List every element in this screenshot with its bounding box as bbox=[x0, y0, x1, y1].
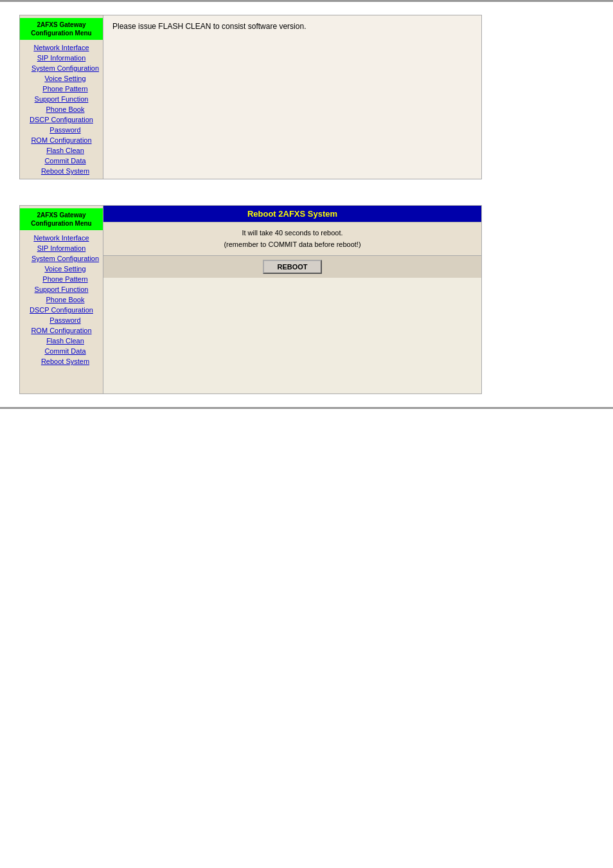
sidebar-link-reboot-system-2[interactable]: Reboot System bbox=[20, 356, 103, 366]
sidebar-link-voice-setting-1[interactable]: Voice Setting bbox=[20, 73, 103, 84]
main-content-flash: Please issue FLASH CLEAN to consist soft… bbox=[103, 15, 481, 179]
reboot-button[interactable]: REBOOT bbox=[263, 260, 321, 274]
sidebar-link-reboot-system-1[interactable]: Reboot System bbox=[20, 166, 103, 176]
sidebar-link-flash-clean-2[interactable]: Flash Clean bbox=[20, 336, 103, 346]
sidebar-title-1: 2AFXS Gateway Configuration Menu bbox=[20, 18, 103, 40]
sidebar-link-phone-pattern-1[interactable]: Phone Pattern bbox=[20, 84, 103, 94]
sidebar-link-commit-data-1[interactable]: Commit Data bbox=[20, 156, 103, 166]
reboot-button-row: REBOOT bbox=[103, 256, 481, 278]
sidebar-link-rom-configuration-2[interactable]: ROM Configuration bbox=[20, 325, 103, 336]
page-container: 2AFXS Gateway Configuration Menu Network… bbox=[0, 2, 613, 407]
sidebar-link-phone-pattern-2[interactable]: Phone Pattern bbox=[20, 274, 103, 284]
reboot-line1: It will take 40 seconds to reboot. bbox=[109, 228, 476, 239]
panel-reboot: 2AFXS Gateway Configuration Menu Network… bbox=[19, 205, 482, 394]
sidebar-link-network-interface-1[interactable]: Network Interface bbox=[20, 42, 103, 53]
sidebar-link-sip-information-1[interactable]: SIP Information bbox=[20, 53, 103, 63]
sidebar-link-dscp-configuration-1[interactable]: DSCP Configuration bbox=[20, 114, 103, 125]
sidebar-link-rom-configuration-1[interactable]: ROM Configuration bbox=[20, 135, 103, 145]
sidebar-link-dscp-configuration-2[interactable]: DSCP Configuration bbox=[20, 305, 103, 315]
reboot-line2: (remember to COMMIT data before reboot!) bbox=[109, 239, 476, 251]
sidebar-link-voice-setting-2[interactable]: Voice Setting bbox=[20, 264, 103, 274]
sidebar-link-support-function-2[interactable]: Support Function bbox=[20, 284, 103, 294]
sidebar-link-system-configuration-2[interactable]: System Configuration bbox=[20, 253, 103, 264]
reboot-body: It will take 40 seconds to reboot. (reme… bbox=[103, 222, 481, 256]
sidebar-link-commit-data-2[interactable]: Commit Data bbox=[20, 346, 103, 356]
flash-clean-message: Please issue FLASH CLEAN to consist soft… bbox=[112, 22, 472, 31]
bottom-border bbox=[0, 407, 613, 409]
sidebar-link-sip-information-2[interactable]: SIP Information bbox=[20, 243, 103, 253]
reboot-spacer bbox=[103, 278, 481, 393]
sidebar-title-2: 2AFXS Gateway Configuration Menu bbox=[20, 208, 103, 230]
sidebar-link-support-function-1[interactable]: Support Function bbox=[20, 94, 103, 104]
sidebar-2: 2AFXS Gateway Configuration Menu Network… bbox=[20, 206, 103, 393]
reboot-content: Reboot 2AFXS System It will take 40 seco… bbox=[103, 206, 481, 393]
panel-flash-clean: 2AFXS Gateway Configuration Menu Network… bbox=[19, 15, 482, 179]
sidebar-link-network-interface-2[interactable]: Network Interface bbox=[20, 233, 103, 243]
sidebar-link-phone-book-1[interactable]: Phone Book bbox=[20, 104, 103, 114]
sidebar-link-password-2[interactable]: Password bbox=[20, 315, 103, 325]
sidebar-link-password-1[interactable]: Password bbox=[20, 125, 103, 135]
sidebar-1: 2AFXS Gateway Configuration Menu Network… bbox=[20, 15, 103, 179]
reboot-title: Reboot 2AFXS System bbox=[103, 206, 481, 222]
sidebar-link-flash-clean-1[interactable]: Flash Clean bbox=[20, 145, 103, 156]
sidebar-link-phone-book-2[interactable]: Phone Book bbox=[20, 294, 103, 305]
sidebar-link-system-configuration-1[interactable]: System Configuration bbox=[20, 63, 103, 73]
